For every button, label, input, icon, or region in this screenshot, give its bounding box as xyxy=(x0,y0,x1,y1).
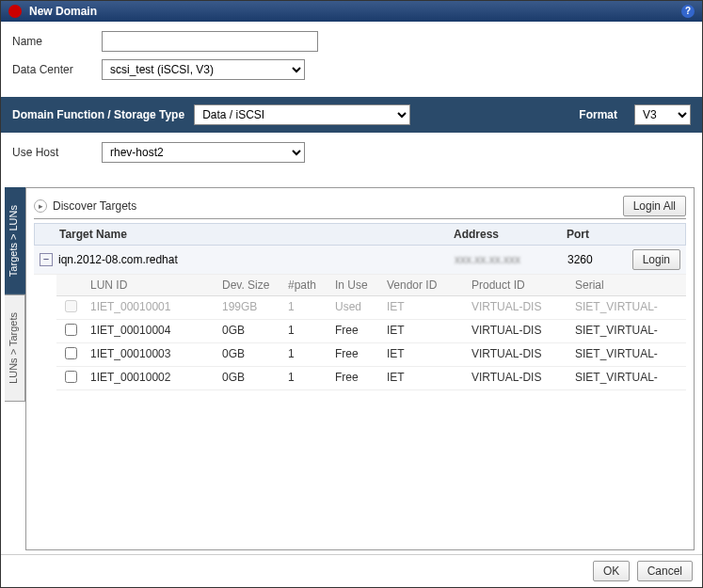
lun-size: 199GB xyxy=(216,296,282,319)
lun-row[interactable]: 1IET_00010001199GB1UsedIETVIRTUAL-DISSIE… xyxy=(56,296,686,320)
lun-checkbox[interactable] xyxy=(65,300,77,312)
dialog-title: New Domain xyxy=(29,5,681,18)
discover-label: Discover Targets xyxy=(53,199,623,213)
lun-serial: SIET_VIRTUAL- xyxy=(569,367,686,389)
titlebar: New Domain ? xyxy=(1,1,702,22)
lun-vendor: IET xyxy=(381,343,466,366)
col-vendor: Vendor ID xyxy=(381,275,466,295)
ok-button[interactable]: OK xyxy=(593,561,630,581)
datacenter-select[interactable]: scsi_test (iSCSI, V3) xyxy=(102,59,305,80)
lun-row[interactable]: 1IET_000100040GB1FreeIETVIRTUAL-DISSIET_… xyxy=(56,320,686,343)
col-dev-size: Dev. Size xyxy=(216,275,282,295)
lun-serial: SIET_VIRTUAL- xyxy=(569,296,686,319)
target-row[interactable]: − iqn.2012-08.com.redhat xxx.xx.xx.xxx 3… xyxy=(34,246,686,275)
lun-checkbox[interactable] xyxy=(65,347,77,359)
col-lun-id: LUN ID xyxy=(85,275,216,295)
tab-luns-targets[interactable]: LUNs > Targets xyxy=(5,294,25,402)
col-address: Address xyxy=(454,228,567,241)
format-select[interactable]: V3 xyxy=(634,104,691,125)
lun-id: 1IET_00010001 xyxy=(85,296,216,319)
target-name: iqn.2012-08.com.redhat xyxy=(58,253,455,266)
lun-header: LUN ID Dev. Size #path In Use Vendor ID … xyxy=(56,275,686,296)
targets-panel: ▸ Discover Targets Login All Target Name… xyxy=(25,187,695,550)
lun-checkbox[interactable] xyxy=(65,371,77,383)
target-port: 3260 xyxy=(567,253,624,266)
lun-path: 1 xyxy=(282,367,329,389)
help-icon[interactable]: ? xyxy=(681,5,695,18)
lun-row[interactable]: 1IET_000100020GB1FreeIETVIRTUAL-DISSIET_… xyxy=(56,367,686,390)
col-serial: Serial xyxy=(569,275,686,295)
login-all-button[interactable]: Login All xyxy=(623,196,686,216)
datacenter-label: Data Center xyxy=(12,63,102,76)
col-target-name: Target Name xyxy=(59,228,454,241)
lun-serial: SIET_VIRTUAL- xyxy=(569,320,686,342)
main-area: Targets > LUNs LUNs > Targets ▸ Discover… xyxy=(1,180,702,554)
collapse-target-icon[interactable]: − xyxy=(40,253,53,266)
lun-inuse: Free xyxy=(329,343,381,366)
name-input[interactable] xyxy=(102,31,318,52)
lun-size: 0GB xyxy=(216,343,282,366)
lun-path: 1 xyxy=(282,296,329,319)
lun-id: 1IET_00010003 xyxy=(85,343,216,366)
lun-row[interactable]: 1IET_000100030GB1FreeIETVIRTUAL-DISSIET_… xyxy=(56,343,686,367)
lun-vendor: IET xyxy=(381,296,466,319)
lun-product: VIRTUAL-DIS xyxy=(466,320,569,342)
app-logo-icon xyxy=(8,5,22,18)
domain-function-select[interactable]: Data / iSCSI xyxy=(194,104,410,125)
lun-checkbox[interactable] xyxy=(65,324,77,336)
col-inuse: In Use xyxy=(329,275,381,295)
cancel-button[interactable]: Cancel xyxy=(637,561,693,581)
lun-vendor: IET xyxy=(381,320,466,342)
dialog-footer: OK Cancel xyxy=(1,554,702,587)
lun-table: LUN ID Dev. Size #path In Use Vendor ID … xyxy=(56,275,686,390)
target-header: Target Name Address Port xyxy=(34,223,686,246)
login-button[interactable]: Login xyxy=(632,249,680,270)
lun-inuse: Free xyxy=(329,320,381,342)
lun-path: 1 xyxy=(282,343,329,366)
side-tabs: Targets > LUNs LUNs > Targets xyxy=(5,187,25,550)
lun-id: 1IET_00010004 xyxy=(85,320,216,342)
usehost-select[interactable]: rhev-host2 xyxy=(102,142,305,163)
domain-function-label: Domain Function / Storage Type xyxy=(12,108,184,121)
format-label: Format xyxy=(579,108,617,121)
lun-vendor: IET xyxy=(381,367,466,389)
tab-targets-luns[interactable]: Targets > LUNs xyxy=(5,187,25,294)
lun-serial: SIET_VIRTUAL- xyxy=(569,343,686,366)
lun-id: 1IET_00010002 xyxy=(85,367,216,389)
lun-product: VIRTUAL-DIS xyxy=(466,296,569,319)
col-path: #path xyxy=(282,275,329,295)
name-label: Name xyxy=(12,35,102,48)
usehost-label: Use Host xyxy=(12,146,102,159)
discover-row: ▸ Discover Targets Login All xyxy=(34,196,686,219)
form-top: Name Data Center scsi_test (iSCSI, V3) xyxy=(1,22,702,97)
lun-product: VIRTUAL-DIS xyxy=(466,343,569,366)
form-host: Use Host rhev-host2 xyxy=(1,133,702,180)
lun-inuse: Free xyxy=(329,367,381,389)
target-address: xxx.xx.xx.xxx xyxy=(455,253,567,266)
col-port: Port xyxy=(567,228,623,241)
lun-size: 0GB xyxy=(216,320,282,342)
lun-inuse: Used xyxy=(329,296,381,319)
lun-product: VIRTUAL-DIS xyxy=(466,367,569,389)
col-product: Product ID xyxy=(466,275,569,295)
lun-path: 1 xyxy=(282,320,329,342)
type-bar: Domain Function / Storage Type Data / iS… xyxy=(1,97,702,133)
expand-discover-icon[interactable]: ▸ xyxy=(34,199,47,213)
lun-size: 0GB xyxy=(216,367,282,389)
